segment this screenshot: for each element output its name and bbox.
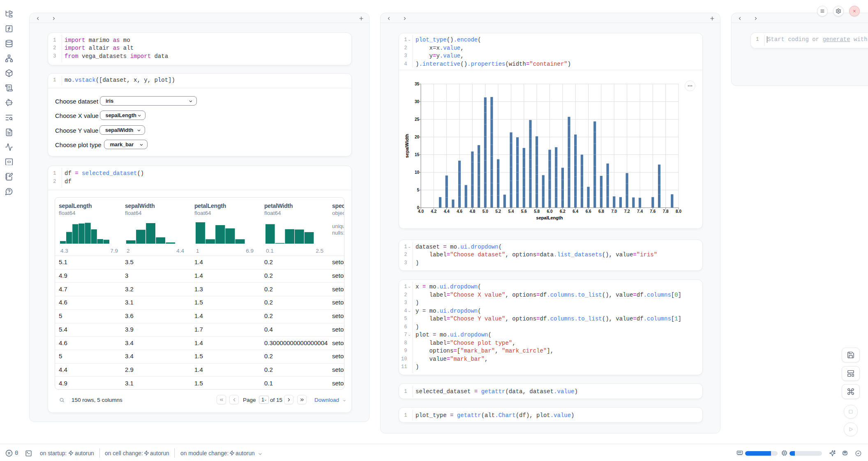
- svg-text:6.4: 6.4: [573, 209, 578, 214]
- svg-text:sepalWidth: sepalWidth: [404, 134, 409, 158]
- svg-text:4.0: 4.0: [418, 209, 424, 214]
- svg-text:7.4: 7.4: [637, 209, 643, 214]
- svg-text:6.0: 6.0: [547, 209, 553, 214]
- svg-text:4.8: 4.8: [469, 209, 475, 214]
- svg-text:5: 5: [417, 188, 419, 192]
- svg-text:10: 10: [415, 170, 420, 175]
- svg-text:6.6: 6.6: [586, 209, 591, 214]
- svg-text:7.8: 7.8: [663, 209, 669, 214]
- svg-text:5.6: 5.6: [521, 209, 527, 214]
- svg-text:5.4: 5.4: [508, 209, 514, 214]
- svg-text:20: 20: [415, 135, 420, 139]
- svg-text:7.6: 7.6: [650, 209, 656, 214]
- svg-text:7.0: 7.0: [611, 209, 617, 214]
- svg-text:25: 25: [415, 117, 420, 122]
- svg-text:30: 30: [415, 99, 420, 104]
- svg-text:5.0: 5.0: [482, 209, 488, 214]
- svg-text:4.4: 4.4: [444, 209, 450, 214]
- svg-text:6.2: 6.2: [560, 209, 566, 214]
- svg-text:6.8: 6.8: [598, 209, 604, 214]
- svg-text:7.2: 7.2: [624, 209, 630, 214]
- svg-text:35: 35: [415, 82, 420, 86]
- svg-text:4.2: 4.2: [431, 209, 436, 214]
- svg-text:sepalLength: sepalLength: [536, 215, 563, 220]
- svg-text:15: 15: [415, 152, 420, 157]
- svg-text:4.6: 4.6: [457, 209, 462, 214]
- svg-text:5.2: 5.2: [495, 209, 501, 214]
- svg-text:8.0: 8.0: [676, 209, 681, 214]
- svg-text:5.8: 5.8: [534, 209, 540, 214]
